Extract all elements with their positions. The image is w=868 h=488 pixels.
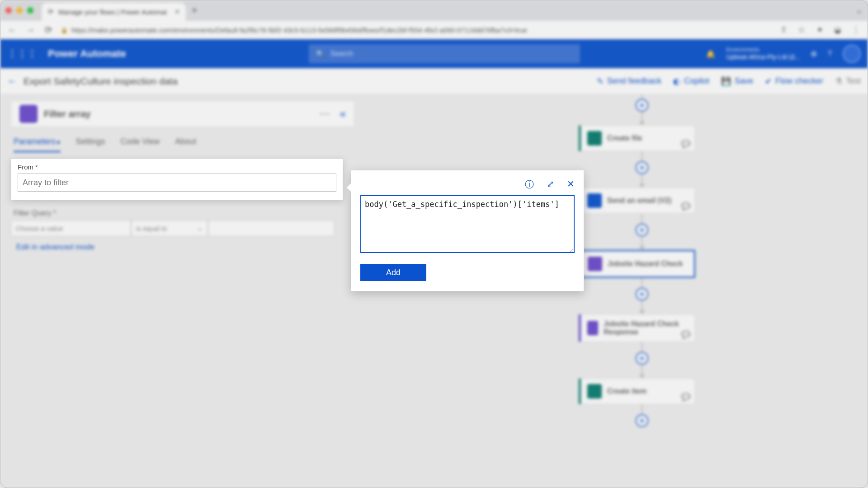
window-controls (5, 7, 33, 14)
filter-operator-select[interactable]: is equal to⌄ (131, 220, 208, 236)
extensions-icon[interactable]: ✦ (814, 25, 826, 35)
address-bar: ← → ⟳ 🔒 https://make.powerautomate.com/e… (0, 21, 868, 39)
tab-overflow-icon[interactable]: ⌄ (856, 5, 863, 15)
minimize-window-icon[interactable] (16, 7, 23, 14)
step-label: Create file (607, 134, 642, 142)
filter-array-icon (19, 105, 38, 123)
action-title: Filter array (44, 109, 90, 119)
notifications-icon[interactable]: 🔔 (706, 50, 715, 58)
data-op-icon (588, 257, 602, 271)
add-step-button[interactable]: + (636, 288, 648, 300)
flow-step-create-item[interactable]: Create item💬 (579, 378, 695, 404)
copilot-label: Copilot (684, 76, 709, 86)
filter-left-operand[interactable]: Choose a value (11, 220, 131, 236)
add-step-button[interactable]: + (636, 161, 648, 174)
flow-step-send-email[interactable]: Send an email (V2)💬 (579, 188, 695, 214)
tab-about[interactable]: About (175, 137, 196, 152)
filter-query-label: Filter Query * (11, 209, 354, 217)
expand-icon[interactable]: ⤢ (547, 178, 554, 191)
action-menu-icon[interactable]: ⋯ (319, 108, 330, 120)
profile-icon[interactable]: ◒ (832, 25, 844, 35)
test-button[interactable]: ⚗Test (835, 76, 861, 86)
expression-editor-popover: ⓘ ⤢ ✕ Add (351, 170, 584, 291)
send-feedback-button[interactable]: ✎Send feedback (597, 76, 661, 86)
tab-code-view[interactable]: Code View (121, 137, 160, 152)
help-icon[interactable]: ? (828, 50, 832, 58)
step-label: Jobsite Hazard Check Response (604, 320, 689, 336)
add-expression-button[interactable]: Add (360, 264, 426, 281)
flow-title: Export SafetyCulture inspection data (24, 76, 178, 87)
tab-title: Manage your flows | Power Automat (58, 8, 167, 16)
nav-reload-icon[interactable]: ⟳ (42, 24, 54, 35)
from-field-popover: From * (11, 158, 343, 200)
global-search[interactable]: 🔍 Search (309, 44, 580, 63)
close-icon[interactable]: ✕ (567, 178, 575, 191)
env-value: Upbeat-Africa-Pty-Ltd (d... (726, 53, 800, 61)
search-icon: 🔍 (316, 50, 325, 58)
filter-right-operand[interactable] (208, 220, 335, 236)
copilot-icon: ◐ (673, 76, 680, 86)
save-button[interactable]: 💾Save (721, 76, 753, 86)
back-arrow-icon[interactable]: ← (7, 75, 17, 87)
flow-checker-button[interactable]: ✔Flow checker (765, 76, 823, 86)
collapse-panel-icon[interactable]: « (340, 108, 346, 120)
flow-step-hazard-response[interactable]: Jobsite Hazard Check Response💬 (579, 314, 695, 342)
nav-back-icon[interactable]: ← (6, 25, 18, 35)
flow-graph: + Create file💬 + Send an email (V2)💬 + J… (579, 94, 705, 427)
product-name: Power Automate (48, 48, 126, 60)
maximize-window-icon[interactable] (27, 7, 33, 14)
app-launcher-icon[interactable]: ⋮⋮⋮ (7, 48, 37, 60)
app-header: ⋮⋮⋮ Power Automate 🔍 Search 🔔 Environmen… (0, 39, 868, 68)
tab-parameters-label: Parameters (14, 137, 56, 146)
add-step-button[interactable]: + (636, 414, 648, 427)
expression-textarea[interactable] (360, 195, 575, 253)
flask-icon: ⚗ (835, 76, 842, 86)
close-window-icon[interactable] (5, 7, 12, 14)
step-label: Create item (607, 387, 646, 395)
comment-icon[interactable]: 💬 (681, 140, 690, 148)
comment-icon[interactable]: 💬 (681, 202, 690, 211)
checker-icon: ✔ (765, 76, 772, 86)
add-step-button[interactable]: + (636, 224, 648, 236)
account-avatar[interactable] (843, 45, 861, 63)
settings-icon[interactable]: ⚙ (811, 50, 817, 58)
bookmark-icon[interactable]: ☆ (796, 25, 807, 35)
flow-step-hazard-check[interactable]: Jobsite Hazard Check (579, 250, 695, 278)
browser-tab-bar: ⟳ Manage your flows | Power Automat × + … (0, 0, 868, 21)
step-label: Jobsite Hazard Check (608, 260, 683, 268)
url-field[interactable]: 🔒 https://make.powerautomate.com/environ… (61, 26, 771, 34)
from-input[interactable] (18, 174, 336, 192)
tab-parameters[interactable]: Parameters● (14, 137, 61, 152)
copilot-button[interactable]: ◐Copilot (673, 76, 709, 86)
command-bar: ← Export SafetyCulture inspection data ✎… (0, 68, 868, 94)
info-icon[interactable]: ⓘ (525, 178, 534, 191)
add-step-button[interactable]: + (636, 352, 648, 365)
save-label: Save (735, 76, 753, 86)
tab-close-icon[interactable]: × (175, 7, 180, 17)
excel-icon (587, 131, 602, 145)
comment-icon[interactable]: 💬 (681, 393, 690, 401)
env-label: Environments (726, 47, 800, 53)
checker-label: Flow checker (775, 76, 823, 86)
operator-label: is equal to (136, 225, 167, 232)
tab-favicon: ⟳ (48, 8, 54, 16)
nav-forward-icon[interactable]: → (24, 25, 36, 35)
save-icon: 💾 (721, 76, 731, 86)
outlook-icon (587, 193, 602, 208)
action-tabs: Parameters● Settings Code View About (11, 127, 354, 152)
advanced-mode-link[interactable]: Edit in advanced mode (11, 243, 354, 252)
share-icon[interactable]: ⇧ (778, 25, 789, 35)
browser-menu-icon[interactable]: ⋮ (850, 25, 862, 35)
step-label: Send an email (V2) (607, 197, 671, 205)
add-step-button[interactable]: + (636, 99, 648, 112)
url-text: https://make.powerautomate.com/environme… (71, 26, 527, 34)
action-header: Filter array ⋯ « (11, 101, 354, 127)
tab-settings[interactable]: Settings (76, 137, 105, 152)
new-tab-button[interactable]: + (191, 5, 197, 16)
from-label: From * (18, 163, 336, 171)
comment-icon[interactable]: 💬 (681, 330, 690, 339)
browser-tab[interactable]: ⟳ Manage your flows | Power Automat × (42, 3, 186, 21)
flow-step-create-file[interactable]: Create file💬 (579, 125, 695, 151)
data-op-icon (587, 321, 598, 335)
environment-picker[interactable]: Environments Upbeat-Africa-Pty-Ltd (d... (726, 47, 800, 61)
